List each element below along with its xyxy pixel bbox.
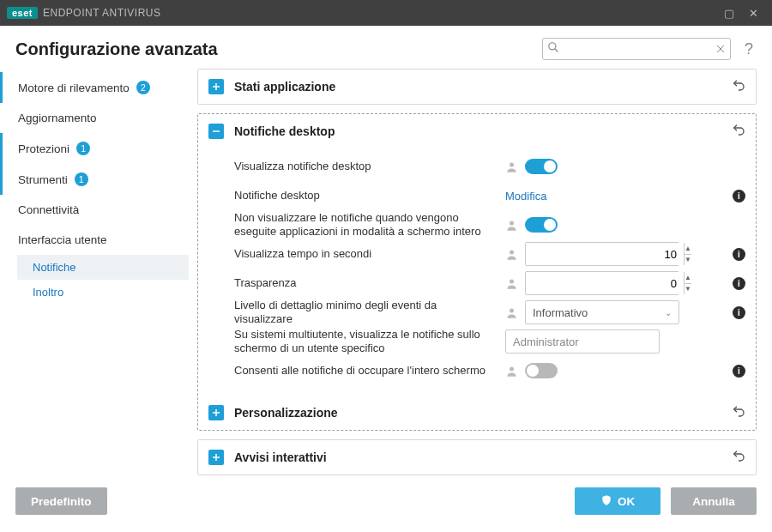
setting-label: Livello di dettaglio minimo degli eventi… — [234, 299, 497, 327]
setting-label: Consenti alle notifiche di occupare l'in… — [234, 364, 497, 378]
sub-panel-personalization[interactable]: Personalizzazione — [198, 396, 756, 430]
row-fullscreen-notif: Consenti alle notifiche di occupare l'in… — [234, 356, 745, 385]
setting-label: Visualizza notifiche desktop — [234, 160, 497, 173]
panel-app-states: Stati applicazione — [197, 69, 757, 105]
sidebar-item-label: Aggiornamento — [18, 112, 97, 124]
row-transparency: Trasparenza ▲▼ i — [234, 269, 745, 298]
info-icon[interactable]: i — [733, 365, 745, 378]
person-icon — [505, 365, 518, 378]
revert-icon[interactable] — [727, 449, 745, 466]
panel-desktop-notifications: Notifiche desktop Visualizza notifiche d… — [197, 113, 757, 431]
setting-label: Non visualizzare le notifiche quando ven… — [234, 211, 497, 239]
window-close-button[interactable]: ✕ — [741, 7, 765, 20]
panel-interactive-alerts: Avvisi interattivi — [197, 439, 757, 475]
chevron-down-icon: ⌄ — [665, 308, 672, 317]
expand-icon — [208, 79, 224, 94]
person-icon — [505, 277, 518, 290]
sidebar-item-label: Notifiche — [33, 261, 76, 274]
sidebar-item-label: Connettività — [18, 203, 79, 216]
search-box — [542, 38, 731, 60]
info-icon[interactable]: i — [733, 248, 745, 261]
revert-icon[interactable] — [727, 78, 745, 95]
button-label: OK — [618, 495, 635, 508]
sidebar-item-label: Strumenti — [18, 173, 68, 186]
multiuser-field[interactable]: Administrator — [505, 329, 660, 354]
panel-title: Stati applicazione — [234, 80, 727, 94]
sidebar-badge: 2 — [136, 81, 150, 94]
revert-icon[interactable] — [727, 404, 745, 421]
seconds-input[interactable] — [526, 243, 684, 265]
sidebar: Motore di rilevamento 2 Aggiornamento Pr… — [0, 69, 189, 477]
panel-body: Visualizza notifiche desktop Notifiche d… — [198, 148, 756, 396]
panel-head-app-states[interactable]: Stati applicazione — [198, 70, 756, 104]
shield-icon — [600, 494, 612, 509]
collapse-icon — [208, 124, 224, 139]
info-icon[interactable]: i — [733, 277, 745, 290]
sidebar-badge: 1 — [76, 142, 90, 155]
brand-logo: eset — [7, 7, 38, 19]
info-icon[interactable]: i — [733, 190, 745, 203]
transparency-stepper[interactable]: ▲▼ — [525, 271, 679, 295]
content: Stati applicazione Notifiche desktop Vis… — [189, 69, 772, 477]
svg-point-12 — [510, 366, 514, 371]
cancel-button[interactable]: Annulla — [671, 487, 757, 515]
svg-point-10 — [510, 279, 514, 283]
search-icon — [547, 41, 559, 57]
sidebar-item-connectivity[interactable]: Connettività — [0, 195, 189, 225]
footer: Predefinito OK Annulla — [0, 477, 772, 525]
expand-icon — [208, 450, 224, 465]
sidebar-badge: 1 — [75, 172, 88, 186]
row-multiuser: Su sistemi multiutente, visualizza le no… — [234, 327, 745, 356]
sidebar-item-detection-engine[interactable]: Motore di rilevamento 2 — [0, 72, 189, 103]
sidebar-item-update[interactable]: Aggiornamento — [0, 103, 189, 133]
setting-label: Visualizza tempo in secondi — [234, 247, 497, 261]
transparency-input[interactable] — [526, 272, 684, 294]
sidebar-sub-notifications[interactable]: Notifiche — [17, 255, 189, 280]
clear-search-icon[interactable] — [715, 42, 726, 57]
row-display-seconds: Visualizza tempo in secondi ▲▼ i — [234, 239, 745, 269]
titlebar: eset ENDPOINT ANTIVIRUS ▢ ✕ — [0, 0, 772, 26]
sidebar-item-label: Motore di rilevamento — [18, 82, 130, 94]
sidebar-item-ui[interactable]: Interfaccia utente — [0, 225, 189, 255]
svg-line-1 — [555, 49, 558, 52]
step-up-icon[interactable]: ▲ — [685, 272, 691, 284]
sidebar-item-protections[interactable]: Protezioni 1 — [0, 133, 189, 164]
ok-button[interactable]: OK — [575, 487, 660, 515]
window-restore-button[interactable]: ▢ — [717, 7, 741, 20]
input-placeholder: Administrator — [513, 336, 579, 348]
toggle-suppress-fullscreen[interactable] — [525, 217, 558, 233]
sidebar-item-label: Inoltro — [33, 286, 63, 299]
edit-link[interactable]: Modifica — [505, 190, 546, 203]
toggle-fullscreen-notif[interactable] — [525, 363, 558, 378]
info-icon[interactable]: i — [733, 306, 745, 319]
default-button[interactable]: Predefinito — [15, 487, 107, 515]
panel-title: Avvisi interattivi — [234, 450, 727, 464]
step-up-icon[interactable]: ▲ — [685, 243, 691, 255]
person-icon — [505, 219, 518, 232]
select-value: Informativo — [533, 306, 588, 319]
step-down-icon[interactable]: ▼ — [685, 284, 691, 295]
step-down-icon[interactable]: ▼ — [685, 255, 691, 266]
setting-label: Trasparenza — [234, 276, 497, 290]
sidebar-item-tools[interactable]: Strumenti 1 — [0, 164, 189, 195]
revert-icon[interactable] — [727, 123, 745, 140]
panel-title: Personalizzazione — [234, 406, 727, 420]
search-input[interactable] — [542, 38, 731, 60]
sidebar-sub: Notifiche Inoltro — [0, 255, 189, 305]
setting-label: Notifiche desktop — [234, 189, 497, 203]
toggle-show-desktop-notif[interactable] — [525, 159, 558, 174]
svg-point-9 — [510, 250, 514, 254]
row-desktop-config: Notifiche desktop Modifica i — [234, 181, 745, 210]
event-level-select[interactable]: Informativo ⌄ — [525, 300, 679, 324]
product-name: ENDPOINT ANTIVIRUS — [43, 7, 160, 19]
setting-label: Su sistemi multiutente, visualizza le no… — [234, 328, 497, 356]
panel-head-interactive[interactable]: Avvisi interattivi — [198, 440, 756, 475]
svg-point-11 — [510, 308, 514, 312]
seconds-stepper[interactable]: ▲▼ — [525, 242, 679, 266]
sidebar-sub-forwarding[interactable]: Inoltro — [17, 280, 189, 305]
sidebar-item-label: Interfaccia utente — [18, 233, 107, 246]
sidebar-item-label: Protezioni — [18, 142, 69, 155]
row-suppress-fullscreen: Non visualizzare le notifiche quando ven… — [234, 210, 745, 239]
help-button[interactable]: ? — [741, 40, 757, 58]
panel-head-desktop[interactable]: Notifiche desktop — [198, 114, 756, 148]
